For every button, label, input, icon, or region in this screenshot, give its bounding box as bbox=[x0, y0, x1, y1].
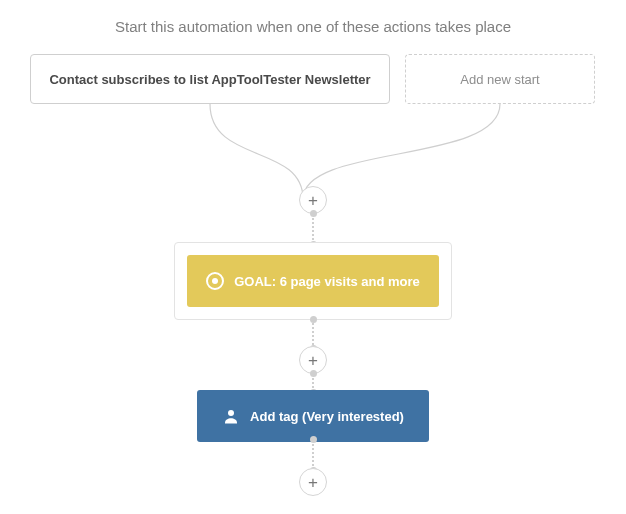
connector-vline-1 bbox=[312, 214, 314, 244]
person-icon bbox=[222, 407, 240, 425]
goal-block[interactable]: GOAL: 6 page visits and more bbox=[187, 255, 439, 307]
plus-icon: + bbox=[308, 352, 318, 369]
svg-point-0 bbox=[228, 410, 234, 416]
trigger-label: Contact subscribes to list AppToolTester… bbox=[49, 72, 370, 87]
add-new-start-label: Add new start bbox=[460, 72, 540, 87]
goal-label: GOAL: 6 page visits and more bbox=[234, 274, 420, 289]
connector-vline-2 bbox=[312, 320, 314, 348]
goal-block-wrap: GOAL: 6 page visits and more bbox=[174, 242, 452, 320]
add-tag-block[interactable]: Add tag (Very interested) bbox=[197, 390, 429, 442]
trigger-block[interactable]: Contact subscribes to list AppToolTester… bbox=[30, 54, 390, 104]
add-step-button-3[interactable]: + bbox=[299, 468, 327, 496]
connector-vline-4 bbox=[312, 440, 314, 470]
plus-icon: + bbox=[308, 474, 318, 491]
automation-header: Start this automation when one of these … bbox=[0, 18, 626, 35]
add-tag-label: Add tag (Very interested) bbox=[250, 409, 404, 424]
add-new-start-button[interactable]: Add new start bbox=[405, 54, 595, 104]
plus-icon: + bbox=[308, 192, 318, 209]
target-icon bbox=[206, 272, 224, 290]
